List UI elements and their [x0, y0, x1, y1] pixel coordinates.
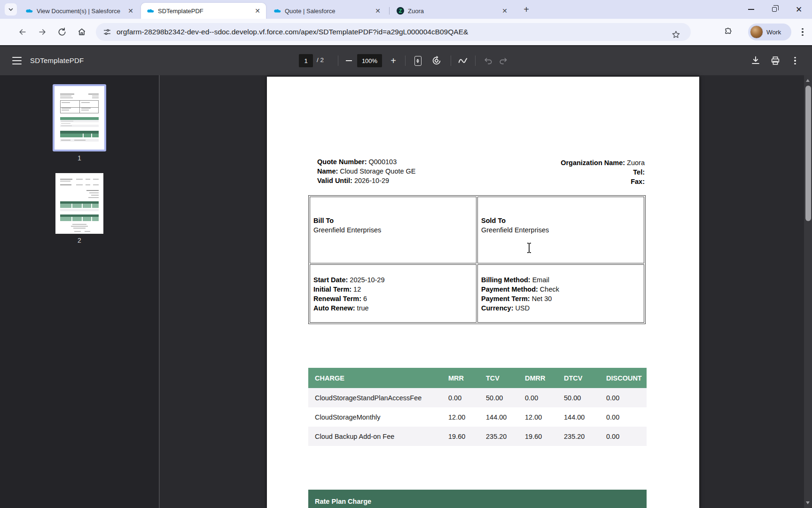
tab-strip: View Document(s) | Salesforce ✕ SDTempla…	[0, 0, 812, 19]
pdf-page-1: Quote Number:Q000103 Name:Cloud Storage …	[267, 77, 699, 508]
salesforce-cloud-icon	[273, 7, 281, 15]
payment-term-line: Payment Term:Net 30	[481, 294, 641, 303]
tel-line: Tel:	[561, 167, 645, 177]
charges-row: CloudStorageMonthly 12.00 144.00 12.00 1…	[308, 407, 647, 427]
valid-until-line: Valid Until:2026-10-29	[317, 176, 416, 185]
billing-method-line: Billing Method:Email	[481, 275, 641, 285]
toolbar-separator	[405, 56, 406, 66]
download-icon[interactable]	[748, 53, 763, 68]
toolbar-separator	[475, 56, 476, 66]
new-tab-button[interactable]: +	[521, 4, 532, 15]
tab-close-icon[interactable]: ✕	[126, 7, 135, 15]
undo-icon[interactable]	[481, 53, 496, 68]
pdf-title: SDTemplatePDF	[30, 56, 84, 64]
auto-renew-line: Auto Renew:true	[313, 303, 473, 313]
tab-close-icon[interactable]: ✕	[253, 7, 262, 15]
profile-name: Work	[766, 29, 781, 36]
tab-close-icon[interactable]: ✕	[500, 7, 509, 15]
reload-icon[interactable]	[56, 26, 68, 38]
quote-header-right: Organization Name:Zuora Tel: Fax:	[561, 158, 645, 186]
back-icon[interactable]	[17, 26, 28, 38]
charges-table: CHARGE MRR TCV DMRR DTCV DISCOUNT CloudS…	[308, 368, 647, 446]
fax-line: Fax:	[561, 177, 645, 186]
thumbnail-label-1: 1	[53, 154, 106, 162]
page-count: / 2	[317, 56, 324, 64]
window-minimize-button[interactable]	[741, 0, 761, 19]
tab-separator	[389, 7, 390, 15]
sold-to-title: Sold To	[481, 217, 506, 224]
rotate-icon[interactable]	[429, 53, 444, 68]
chevron-down-icon	[8, 7, 14, 12]
currency-line: Currency:USD	[481, 303, 641, 313]
scrollbar-thumb[interactable]	[805, 86, 811, 221]
redo-icon[interactable]	[496, 53, 511, 68]
toolbar-separator	[338, 56, 338, 66]
annotate-pen-icon[interactable]	[455, 53, 470, 68]
window-close-button[interactable]: ✕	[789, 0, 809, 19]
tab-close-icon[interactable]: ✕	[374, 7, 382, 15]
pdf-more-kebab-icon[interactable]	[788, 53, 803, 68]
window-restore-button[interactable]	[764, 0, 785, 19]
pdf-toolbar	[0, 46, 812, 75]
zuora-icon: Z	[397, 7, 404, 15]
browser-window: View Document(s) | Salesforce ✕ SDTempla…	[0, 0, 812, 508]
forward-icon[interactable]	[37, 26, 48, 38]
sold-to-cell: Sold To Greenfield Enterprises	[477, 197, 644, 263]
bill-to-name: Greenfield Enterprises	[313, 225, 473, 235]
url-omnibox[interactable]: orgfarm-28298b2342-dev-ed--sdoc.develop.…	[96, 23, 691, 41]
profile-chip[interactable]: Work	[748, 24, 791, 40]
page-number-input[interactable]	[299, 54, 313, 67]
salesforce-cloud-icon	[147, 7, 154, 15]
charges-row: Cloud Backup Add-on Fee 19.60 235.20 19.…	[308, 427, 647, 446]
thumbnail-page-2[interactable]	[55, 173, 103, 234]
rate-plan-charge-banner: Rate Plan Charge	[308, 490, 647, 508]
toolbar-separator	[451, 56, 451, 66]
charges-header-row: CHARGE MRR TCV DMRR DTCV DISCOUNT	[308, 368, 647, 388]
pdf-viewer-area: 1	[0, 75, 812, 508]
quote-header-left: Quote Number:Q000103 Name:Cloud Storage …	[317, 157, 416, 185]
organization-line: Organization Name:Zuora	[561, 158, 645, 167]
bill-to-title: Bill To	[313, 217, 334, 224]
tab-zuora[interactable]: Z Zuora ✕	[391, 3, 513, 19]
quote-name-line: Name:Cloud Storage Quote GE	[317, 167, 416, 176]
tab-quote[interactable]: Quote | Salesforce ✕	[268, 3, 386, 19]
billing-info-table: Bill To Greenfield Enterprises Sold To G…	[308, 195, 646, 324]
initial-term-line: Initial Term:12	[313, 285, 473, 294]
zoom-level[interactable]: 100%	[357, 54, 382, 67]
zoom-in-button[interactable]: +	[386, 53, 401, 68]
bill-to-cell: Bill To Greenfield Enterprises	[310, 197, 476, 263]
browser-menu-kebab-icon[interactable]	[797, 26, 808, 38]
vertical-scrollbar[interactable]	[804, 75, 812, 508]
url-text[interactable]: orgfarm-28298b2342-dev-ed--sdoc.develop.…	[117, 28, 468, 36]
sold-to-name: Greenfield Enterprises	[481, 225, 641, 235]
tab-title: Zuora	[408, 8, 500, 15]
bookmark-star-icon[interactable]	[671, 30, 680, 39]
site-settings-tune-icon[interactable]	[103, 28, 111, 36]
extensions-puzzle-icon[interactable]	[723, 26, 734, 38]
thumbnail-page-1[interactable]	[53, 84, 106, 151]
tab-sdtemplatepdf-active[interactable]: SDTemplatePDF ✕	[141, 3, 266, 19]
thumbnail-label-2: 2	[53, 237, 106, 244]
home-icon[interactable]	[76, 26, 87, 38]
avatar	[750, 25, 763, 39]
tab-view-documents[interactable]: View Document(s) | Salesforce ✕	[20, 3, 139, 19]
pdf-menu-icon[interactable]	[12, 57, 22, 64]
quote-number-line: Quote Number:Q000103	[317, 157, 416, 167]
print-icon[interactable]	[768, 53, 783, 68]
scroll-down-arrow-icon[interactable]	[806, 501, 810, 504]
payment-cell: Billing Method:Email Payment Method:Chec…	[477, 264, 644, 323]
renewal-term-line: Renewal Term:6	[313, 294, 473, 303]
zoom-out-button[interactable]	[341, 53, 356, 68]
text-cursor	[526, 242, 532, 254]
tab-search-button[interactable]	[5, 3, 17, 16]
salesforce-cloud-icon	[25, 7, 33, 15]
terms-cell: Start Date:2025-10-29 Initial Term:12 Re…	[310, 264, 476, 323]
start-date-line: Start Date:2025-10-29	[313, 275, 473, 285]
fit-to-page-icon[interactable]	[410, 53, 425, 68]
payment-method-line: Payment Method:Check	[481, 285, 641, 294]
charges-row: CloudStorageStandPlanAccessFee 0.00 50.0…	[308, 388, 647, 407]
tab-title: Quote | Salesforce	[285, 8, 374, 15]
scroll-up-arrow-icon[interactable]	[806, 79, 810, 82]
tab-title: SDTemplatePDF	[158, 8, 253, 15]
thumbnail-sidebar: 1	[0, 75, 160, 508]
